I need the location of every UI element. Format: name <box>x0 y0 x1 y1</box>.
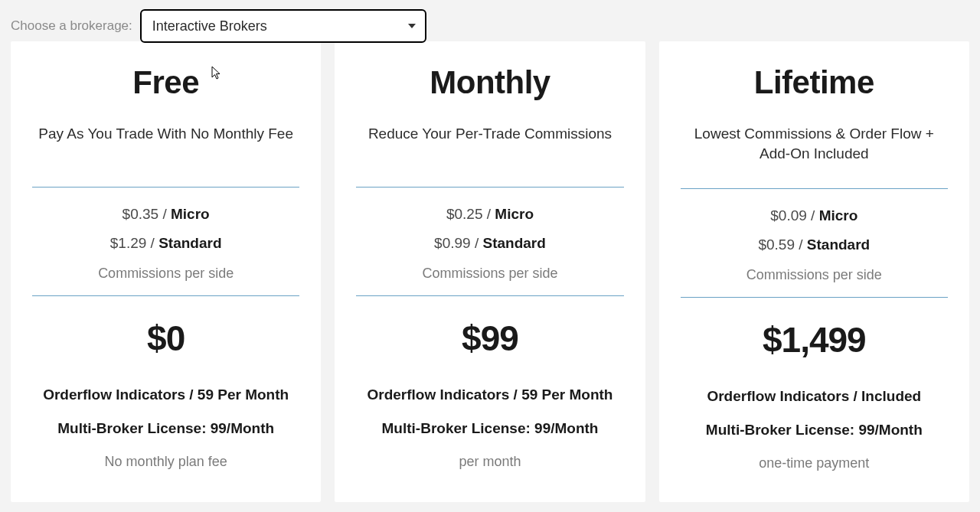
plan-card-free: Free Pay As You Trade With No Monthly Fe… <box>11 41 321 502</box>
brokerage-select-wrap: Interactive Brokers <box>140 9 426 43</box>
divider <box>32 295 299 296</box>
plan-price: $0 <box>147 318 185 359</box>
plan-card-lifetime: Lifetime Lowest Commissions & Order Flow… <box>659 41 969 502</box>
rate-standard: $0.99 / Standard <box>434 235 546 252</box>
plan-card-monthly: Monthly Reduce Your Per-Trade Commission… <box>335 41 645 502</box>
plan-rates: $0.25 / Micro $0.99 / Standard <box>434 206 546 252</box>
plan-rates: $0.09 / Micro $0.59 / Standard <box>758 207 870 253</box>
plan-feature-multibroker: Multi-Broker License: 99/Month <box>57 420 274 437</box>
plan-feature-orderflow: Orderflow Indicators / 59 Per Month <box>368 386 613 403</box>
plan-footnote: No monthly plan fee <box>105 454 227 470</box>
header-row: Choose a brokerage: Interactive Brokers <box>0 0 980 43</box>
divider <box>32 187 299 188</box>
rate-standard: $1.29 / Standard <box>110 235 222 252</box>
rate-micro: $0.35 / Micro <box>110 206 222 223</box>
divider <box>681 188 948 189</box>
plan-price: $99 <box>462 318 518 359</box>
plan-subtitle: Pay As You Trade With No Monthly Fee <box>38 124 293 144</box>
divider <box>356 295 623 296</box>
rate-standard: $0.59 / Standard <box>758 236 870 253</box>
plan-feature-multibroker: Multi-Broker License: 99/Month <box>382 420 599 437</box>
commissions-label: Commissions per side <box>98 266 234 282</box>
rate-micro: $0.09 / Micro <box>758 207 870 224</box>
rate-micro: $0.25 / Micro <box>434 206 546 223</box>
commissions-label: Commissions per side <box>746 267 882 283</box>
commissions-label: Commissions per side <box>422 266 557 282</box>
divider <box>681 297 948 298</box>
plan-feature-multibroker: Multi-Broker License: 99/Month <box>706 422 923 439</box>
brokerage-select[interactable]: Interactive Brokers <box>140 9 426 43</box>
plan-title: Monthly <box>430 64 550 101</box>
plan-title: Lifetime <box>754 64 874 101</box>
divider <box>356 187 623 188</box>
plan-feature-orderflow: Orderflow Indicators / Included <box>707 388 921 405</box>
plan-footnote: per month <box>459 454 521 470</box>
plan-footnote: one-time payment <box>759 455 869 471</box>
plan-subtitle: Reduce Your Per-Trade Commissions <box>368 124 612 144</box>
plan-title: Free <box>132 64 199 101</box>
plan-rates: $0.35 / Micro $1.29 / Standard <box>110 206 222 252</box>
plan-subtitle: Lowest Commissions & Order Flow + Add-On… <box>681 124 948 163</box>
plan-price: $1,499 <box>763 319 866 360</box>
plan-feature-orderflow: Orderflow Indicators / 59 Per Month <box>43 386 289 403</box>
pricing-cards: Free Pay As You Trade With No Monthly Fe… <box>0 41 980 502</box>
brokerage-label: Choose a brokerage: <box>11 18 132 34</box>
